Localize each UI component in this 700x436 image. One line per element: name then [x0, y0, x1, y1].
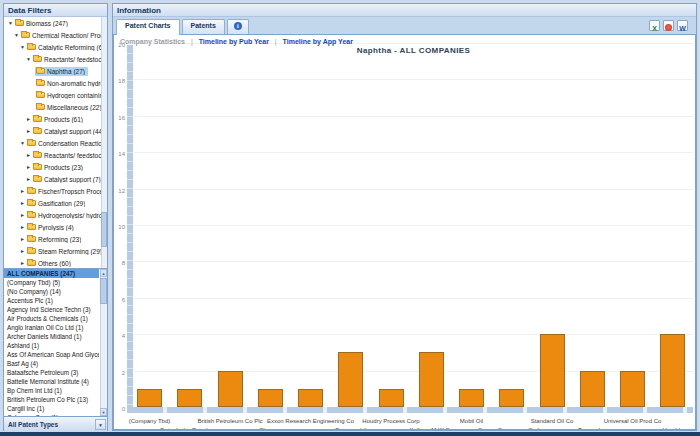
expand-arrow-icon[interactable]: ► [19, 197, 26, 209]
tree-item[interactable]: ►Fischer/Tropsch Process (4) [4, 185, 107, 197]
tree-item-content: Hydrogen containing [35, 91, 107, 100]
tree-item[interactable]: Miscellaneous (22) [4, 101, 107, 113]
gridline [134, 116, 693, 117]
bar[interactable] [177, 389, 202, 407]
tree-item[interactable]: Naphtha (27) [4, 65, 107, 77]
tree-item-label: Gasification (29) [38, 200, 85, 207]
tree-item[interactable]: ►Pyrolysis (4) [4, 221, 107, 233]
folder-icon [27, 224, 36, 230]
filter-tree-list: ▼Biomass (247)▼Chemical Reaction/ Proces… [4, 17, 107, 269]
company-list-item[interactable]: ALL COMPANIES (247) [4, 269, 99, 278]
gridline [134, 79, 693, 80]
tree-item-label: Condensation Reaction (23 [38, 140, 104, 147]
expand-arrow-icon[interactable]: ► [25, 113, 32, 125]
tree-scrollbar[interactable] [101, 17, 107, 268]
company-list-item[interactable]: (Company Tbd) (5) [4, 278, 99, 287]
bar[interactable] [258, 389, 283, 407]
tree-item[interactable]: ►Products (61) [4, 113, 107, 125]
tree-item[interactable]: ►Hydrogenolysis/ hydrogenat [4, 209, 107, 221]
bar[interactable] [660, 334, 685, 407]
subnav-timeline-pub-year[interactable]: Timeline by Pub Year [199, 38, 269, 45]
tab-patents[interactable]: Patents [182, 19, 225, 34]
tree-item[interactable]: ▼Condensation Reaction (23 [4, 137, 107, 149]
company-scrollbar-thumb[interactable] [100, 278, 107, 304]
expand-arrow-icon[interactable]: ► [25, 173, 32, 185]
expand-arrow-icon[interactable]: ► [19, 245, 26, 257]
company-list-item[interactable]: Bataafsche Petroleum (3) [4, 368, 99, 377]
company-list-item[interactable]: Anglo Iranian Oil Co Ltd (1) [4, 323, 99, 332]
tree-item-label: Hydrogen containing [47, 92, 104, 99]
company-list-item[interactable]: Cargill Inc (1) [4, 404, 99, 413]
tree-item[interactable]: ►Catalyst support (7) [4, 173, 107, 185]
tree-item[interactable]: Non-aromatic hydrocarbons [4, 77, 107, 89]
collapse-arrow-icon[interactable]: ▼ [19, 137, 26, 149]
excel-export-button[interactable]: X [649, 20, 660, 31]
tab-info[interactable]: i [227, 19, 249, 34]
company-list-item[interactable]: British Petroleum Co Plc (13) [4, 395, 99, 404]
tree-item[interactable]: ►Reforming (23) [4, 233, 107, 245]
bar[interactable] [419, 352, 444, 407]
folder-icon [27, 188, 36, 194]
bar[interactable] [298, 389, 323, 407]
scroll-down-icon[interactable]: ▼ [100, 408, 107, 416]
bar[interactable] [379, 389, 404, 407]
company-list-item[interactable]: Air Products & Chemicals (1) [4, 314, 99, 323]
collapse-arrow-icon[interactable]: ▼ [7, 17, 14, 29]
company-list-item[interactable]: Archer Daniels Midland (1) [4, 332, 99, 341]
patent-types-dropdown[interactable]: All Patent Types ▼ [4, 416, 107, 432]
pdf-export-button[interactable] [663, 20, 674, 31]
tab-patent-charts[interactable]: Patent Charts [116, 19, 180, 35]
bar[interactable] [540, 334, 565, 407]
expand-arrow-icon[interactable]: ► [19, 233, 26, 245]
collapse-arrow-icon[interactable]: ▼ [19, 41, 26, 53]
bar[interactable] [580, 371, 605, 407]
tree-item[interactable]: ►Steam Reforming (29) [4, 245, 107, 257]
word-export-button[interactable]: W [677, 20, 688, 31]
folder-icon [27, 236, 36, 242]
tree-item[interactable]: ▼Catalytic Reforming (64) [4, 41, 107, 53]
tree-item[interactable]: ►Catalyst support (44) [4, 125, 107, 137]
tree-item-label: Reactants/ feedstock (6 [44, 56, 104, 63]
company-list-item[interactable]: Basf Ag (4) [4, 359, 99, 368]
expand-arrow-icon[interactable]: ► [25, 161, 32, 173]
tree-item[interactable]: Hydrogen containing [4, 89, 107, 101]
expand-arrow-icon[interactable]: ► [25, 125, 32, 137]
dropdown-arrow-icon[interactable]: ▼ [95, 419, 106, 430]
bar[interactable] [499, 389, 524, 407]
company-list-item[interactable]: (No Company) (14) [4, 287, 99, 296]
subnav-timeline-app-year[interactable]: Timeline by App Year [283, 38, 353, 45]
folder-icon [33, 116, 42, 122]
tree-item[interactable]: ▼Biomass (247) [4, 17, 107, 29]
company-list-item[interactable]: Ass Of American Soap And Glyce (2 [4, 350, 99, 359]
company-list-item[interactable]: Agency Ind Science Techn (3) [4, 305, 99, 314]
tree-item-label: Miscellaneous (22) [47, 104, 102, 111]
bar[interactable] [218, 371, 243, 407]
data-filters-panel: Data Filters ▼Biomass (247)▼Chemical Rea… [3, 3, 108, 431]
bar[interactable] [137, 389, 162, 407]
tree-item[interactable]: ►Others (60) [4, 257, 107, 269]
tree-item[interactable]: ▼Chemical Reaction/ Process (2 [4, 29, 107, 41]
company-scrollbar[interactable]: ▲ ▼ [100, 269, 107, 416]
company-list-item[interactable]: Ashland (1) [4, 341, 99, 350]
company-list-item[interactable]: Bp Chem Int Ltd (1) [4, 386, 99, 395]
collapse-arrow-icon[interactable]: ▼ [25, 53, 32, 65]
bar[interactable] [620, 371, 645, 407]
company-list-item[interactable]: Accentus Plc (1) [4, 296, 99, 305]
expand-arrow-icon[interactable]: ► [19, 221, 26, 233]
tree-scrollbar-thumb[interactable] [101, 212, 107, 247]
scroll-up-icon[interactable]: ▲ [100, 269, 107, 277]
y-axis-tick-label: 2 [114, 370, 125, 376]
company-list-item[interactable]: Battelle Memorial Institute (4) [4, 377, 99, 386]
expand-arrow-icon[interactable]: ► [19, 209, 26, 221]
folder-icon [15, 20, 24, 26]
bar[interactable] [459, 389, 484, 407]
tree-item[interactable]: ►Products (23) [4, 161, 107, 173]
expand-arrow-icon[interactable]: ► [19, 185, 26, 197]
collapse-arrow-icon[interactable]: ▼ [13, 29, 20, 41]
tree-item[interactable]: ▼Reactants/ feedstock (6 [4, 53, 107, 65]
bar[interactable] [338, 352, 363, 407]
expand-arrow-icon[interactable]: ► [25, 149, 32, 161]
expand-arrow-icon[interactable]: ► [19, 257, 26, 269]
tree-item[interactable]: ►Gasification (29) [4, 197, 107, 209]
tree-item[interactable]: ►Reactants/ feedstock (2 [4, 149, 107, 161]
